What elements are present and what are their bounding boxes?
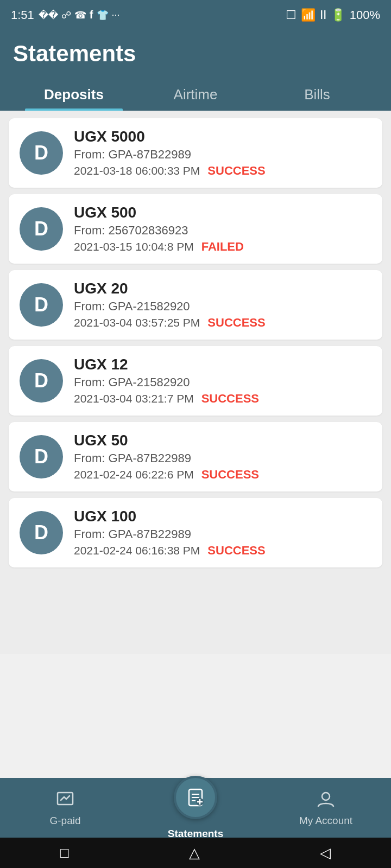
statements-center-btn[interactable] xyxy=(174,776,217,819)
transaction-from-5: From: GPA-87B22989 xyxy=(74,527,371,541)
transaction-amount-4: UGX 50 xyxy=(74,432,371,449)
transaction-status-0: SUCCESS xyxy=(207,164,265,178)
transaction-date-row-0: 2021-03-18 06:00:33 PM SUCCESS xyxy=(74,164,371,178)
transaction-date-row-3: 2021-03-04 03:21:7 PM SUCCESS xyxy=(74,392,371,406)
transaction-info-0: UGX 5000 From: GPA-87B22989 2021-03-18 0… xyxy=(74,128,371,178)
signal-icon: ⅠⅠ xyxy=(320,8,326,22)
bottom-nav: G-paid Statements My Account xyxy=(0,778,391,838)
transaction-avatar-2: D xyxy=(20,283,63,327)
transaction-card-0[interactable]: D UGX 5000 From: GPA-87B22989 2021-03-18… xyxy=(9,118,382,188)
myaccount-icon xyxy=(316,789,336,812)
transaction-info-2: UGX 20 From: GPA-21582920 2021-03-04 03:… xyxy=(74,280,371,330)
transaction-avatar-1: D xyxy=(20,207,63,251)
wifi-icon: 📶 xyxy=(301,8,316,22)
recent-apps-btn[interactable]: □ xyxy=(60,845,69,861)
gpaid-label: G-paid xyxy=(49,815,80,827)
transaction-avatar-5: D xyxy=(20,511,63,554)
transaction-from-3: From: GPA-21582920 xyxy=(74,375,371,390)
transaction-info-4: UGX 50 From: GPA-87B22989 2021-02-24 06:… xyxy=(74,432,371,482)
more-icon: ··· xyxy=(112,9,120,21)
transaction-amount-1: UGX 500 xyxy=(74,204,371,221)
transaction-date-4: 2021-02-24 06:22:6 PM xyxy=(74,468,194,481)
transaction-card-5[interactable]: D UGX 100 From: GPA-87B22989 2021-02-24 … xyxy=(9,498,382,567)
p-icon: �� xyxy=(39,9,58,21)
transaction-amount-3: UGX 12 xyxy=(74,356,371,373)
transaction-from-1: From: 256702836923 xyxy=(74,224,371,238)
transaction-avatar-3: D xyxy=(20,359,63,403)
transaction-date-2: 2021-03-04 03:57:25 PM xyxy=(74,316,200,329)
gpaid-icon xyxy=(55,789,75,812)
transaction-date-3: 2021-03-04 03:21:7 PM xyxy=(74,392,194,405)
transaction-status-4: SUCCESS xyxy=(201,468,259,482)
status-left: 1:51 �� ☍ ☎ f 👕 ··· xyxy=(11,8,120,22)
header: Statements Deposits Airtime Bills xyxy=(0,30,391,111)
android-nav: □ △ ◁ xyxy=(0,838,391,868)
notification-icon: ☍ xyxy=(61,9,71,21)
status-time: 1:51 xyxy=(11,8,34,22)
nav-myaccount[interactable]: My Account xyxy=(261,789,391,827)
transaction-from-4: From: GPA-87B22989 xyxy=(74,451,371,465)
battery-percent: 100% xyxy=(350,8,380,22)
status-bar: 1:51 �� ☍ ☎ f 👕 ··· ☐ 📶 ⅠⅠ 🔋 100% xyxy=(0,0,391,30)
battery-icon: 🔋 xyxy=(331,8,345,22)
transaction-amount-5: UGX 100 xyxy=(74,508,371,525)
tabs: Deposits Airtime Bills xyxy=(13,76,378,111)
transaction-card-1[interactable]: D UGX 500 From: 256702836923 2021-03-15 … xyxy=(9,194,382,264)
transaction-status-3: SUCCESS xyxy=(201,392,259,406)
phone-icon: ☐ xyxy=(286,8,297,22)
transaction-info-3: UGX 12 From: GPA-21582920 2021-03-04 03:… xyxy=(74,356,371,406)
accessibility-icon: ☎ xyxy=(74,9,86,21)
tab-bills[interactable]: Bills xyxy=(256,76,378,111)
status-right: ☐ 📶 ⅠⅠ 🔋 100% xyxy=(286,8,380,22)
transaction-from-2: From: GPA-21582920 xyxy=(74,299,371,314)
myaccount-label: My Account xyxy=(299,815,352,827)
transaction-date-1: 2021-03-15 10:04:8 PM xyxy=(74,240,194,253)
shirt-icon: 👕 xyxy=(97,9,109,21)
transaction-card-2[interactable]: D UGX 20 From: GPA-21582920 2021-03-04 0… xyxy=(9,270,382,340)
status-icons: �� ☍ ☎ f 👕 ··· xyxy=(39,9,120,21)
nav-statements[interactable]: Statements xyxy=(130,776,261,840)
facebook-icon: f xyxy=(90,9,93,21)
svg-point-8 xyxy=(322,793,330,800)
transaction-date-row-2: 2021-03-04 03:57:25 PM SUCCESS xyxy=(74,316,371,330)
transaction-date-row-5: 2021-02-24 06:16:38 PM SUCCESS xyxy=(74,544,371,558)
tab-airtime[interactable]: Airtime xyxy=(135,76,256,111)
transaction-avatar-4: D xyxy=(20,435,63,478)
home-btn[interactable]: △ xyxy=(189,845,200,861)
transaction-info-5: UGX 100 From: GPA-87B22989 2021-02-24 06… xyxy=(74,508,371,558)
tab-deposits[interactable]: Deposits xyxy=(13,76,135,111)
transaction-info-1: UGX 500 From: 256702836923 2021-03-15 10… xyxy=(74,204,371,254)
transaction-date-5: 2021-02-24 06:16:38 PM xyxy=(74,544,200,557)
transaction-card-3[interactable]: D UGX 12 From: GPA-21582920 2021-03-04 0… xyxy=(9,346,382,416)
nav-gpaid[interactable]: G-paid xyxy=(0,789,130,827)
transaction-status-2: SUCCESS xyxy=(207,316,265,330)
transaction-status-5: SUCCESS xyxy=(207,544,265,558)
transaction-amount-0: UGX 5000 xyxy=(74,128,371,145)
page-title: Statements xyxy=(13,41,378,76)
transaction-date-row-4: 2021-02-24 06:22:6 PM SUCCESS xyxy=(74,468,371,482)
transaction-avatar-0: D xyxy=(20,131,63,175)
transaction-card-4[interactable]: D UGX 50 From: GPA-87B22989 2021-02-24 0… xyxy=(9,422,382,492)
transaction-date-row-1: 2021-03-15 10:04:8 PM FAILED xyxy=(74,240,371,254)
transaction-amount-2: UGX 20 xyxy=(74,280,371,297)
transaction-status-1: FAILED xyxy=(201,240,244,254)
transaction-date-0: 2021-03-18 06:00:33 PM xyxy=(74,164,200,177)
transaction-list: D UGX 5000 From: GPA-87B22989 2021-03-18… xyxy=(0,111,391,654)
transaction-from-0: From: GPA-87B22989 xyxy=(74,148,371,162)
back-btn[interactable]: ◁ xyxy=(320,845,331,861)
